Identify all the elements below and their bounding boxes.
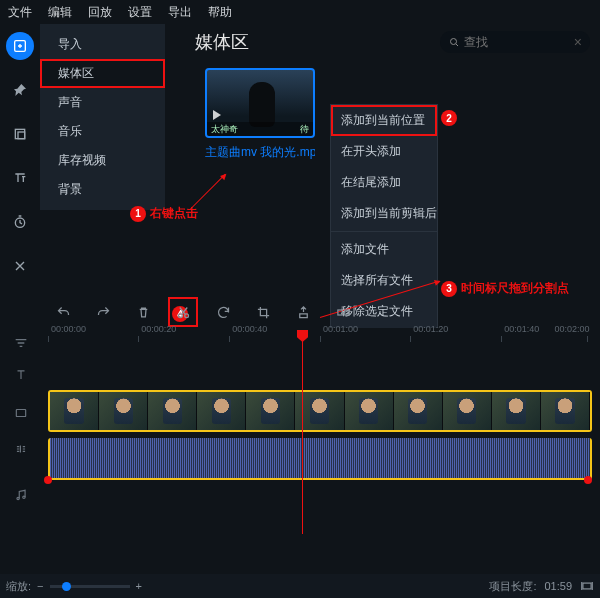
clip-handle-right[interactable] <box>584 476 592 484</box>
tl-video-track-icon[interactable] <box>12 404 30 422</box>
submenu-media[interactable]: 媒体区 <box>40 59 165 88</box>
menu-export[interactable]: 导出 <box>168 4 192 21</box>
zoom-slider[interactable] <box>50 585 130 588</box>
tbtn-undo[interactable] <box>48 297 78 327</box>
status-bar: 缩放: − + 项目长度: 01:59 <box>0 574 600 598</box>
tbtn-crop[interactable] <box>248 297 278 327</box>
menu-file[interactable]: 文件 <box>8 4 32 21</box>
zoom-label: 缩放: <box>6 579 31 594</box>
submenu-sound[interactable]: 声音 <box>40 88 165 117</box>
thumb-meta-left: 太神奇 <box>211 123 238 136</box>
ctx-select-all[interactable]: 选择所有文件 <box>331 265 437 296</box>
project-length-value: 01:59 <box>544 580 572 592</box>
rail-crop[interactable] <box>6 120 34 148</box>
ctx-add-end[interactable]: 在结尾添加 <box>331 167 437 198</box>
annotation-badge-2: 2 <box>441 110 457 126</box>
tbtn-redo[interactable] <box>88 297 118 327</box>
ctx-add-file[interactable]: 添加文件 <box>331 234 437 265</box>
audio-track[interactable] <box>48 438 592 480</box>
thumbnail-label: 主题曲mv 我的光.mp4 <box>205 144 315 161</box>
menubar[interactable]: 文件 编辑 回放 设置 导出 帮助 <box>0 0 600 25</box>
svg-point-4 <box>451 39 457 45</box>
ctx-add-after[interactable]: 添加到当前剪辑后 <box>331 198 437 229</box>
annotation-3: 3 时间标尺拖到分割点 <box>441 280 569 297</box>
tl-settings-track-icon[interactable] <box>12 440 30 458</box>
annotation-badge-1: 1 <box>130 206 146 222</box>
tbtn-transition[interactable] <box>328 297 358 327</box>
tl-text-track-icon[interactable] <box>12 366 30 384</box>
play-overlay-icon[interactable] <box>213 110 221 120</box>
clip-handle-left[interactable] <box>44 476 52 484</box>
ctx-add-begin[interactable]: 在开头添加 <box>331 136 437 167</box>
tl-audio-track-icon[interactable] <box>12 486 30 504</box>
rail-add-media[interactable] <box>6 32 34 60</box>
tbtn-delete[interactable] <box>128 297 158 327</box>
fit-icon[interactable] <box>580 579 594 593</box>
tl-filter-icon[interactable] <box>12 334 30 352</box>
zoom-out-icon[interactable]: − <box>37 580 43 592</box>
rail-pin[interactable] <box>6 76 34 104</box>
project-length-label: 项目长度: <box>489 579 536 594</box>
timeline-ruler[interactable]: 00:00:00 00:00:20 00:00:40 00:01:00 00:0… <box>48 336 592 354</box>
timeline[interactable]: 00:00:00 00:00:20 00:00:40 00:01:00 00:0… <box>0 328 600 574</box>
media-thumbnail[interactable]: 太神奇 待 主题曲mv 我的光.mp4 <box>205 68 315 161</box>
ctx-add-current[interactable]: 添加到当前位置 <box>331 105 437 136</box>
rail-timer[interactable] <box>6 208 34 236</box>
tbtn-cut[interactable] <box>168 297 198 327</box>
playhead[interactable] <box>302 330 303 534</box>
svg-rect-7 <box>337 310 341 315</box>
thumb-meta-right: 待 <box>300 123 309 136</box>
annotation-2: 2 <box>441 110 457 126</box>
search-input[interactable] <box>464 35 564 49</box>
zoom-in-icon[interactable]: + <box>136 580 142 592</box>
svg-rect-2 <box>18 132 25 139</box>
submenu-background[interactable]: 背景 <box>40 175 165 204</box>
submenu: 导入 媒体区 声音 音乐 库存视频 背景 <box>40 24 165 210</box>
menu-edit[interactable]: 编辑 <box>48 4 72 21</box>
left-rail <box>0 24 40 280</box>
rail-text[interactable] <box>6 164 34 192</box>
submenu-stock[interactable]: 库存视频 <box>40 146 165 175</box>
tbtn-rotate[interactable] <box>208 297 238 327</box>
tbtn-marker[interactable] <box>288 297 318 327</box>
menu-settings[interactable]: 设置 <box>128 4 152 21</box>
search-clear-icon[interactable]: × <box>574 34 582 50</box>
menu-help[interactable]: 帮助 <box>208 4 232 21</box>
submenu-music[interactable]: 音乐 <box>40 117 165 146</box>
svg-point-10 <box>17 497 19 499</box>
submenu-import[interactable]: 导入 <box>40 30 165 59</box>
rail-tools[interactable] <box>6 252 34 280</box>
video-track[interactable] <box>48 390 592 432</box>
menu-replay[interactable]: 回放 <box>88 4 112 21</box>
svg-point-11 <box>23 496 25 498</box>
svg-rect-8 <box>344 310 348 315</box>
svg-rect-9 <box>16 410 25 417</box>
svg-rect-12 <box>583 583 591 589</box>
annotation-badge-3: 3 <box>441 281 457 297</box>
search-box[interactable]: × <box>440 31 590 53</box>
annotation-1: 1 右键点击 <box>130 205 198 222</box>
section-title: 媒体区 <box>195 30 249 54</box>
svg-rect-1 <box>15 129 24 138</box>
search-icon <box>448 36 460 48</box>
